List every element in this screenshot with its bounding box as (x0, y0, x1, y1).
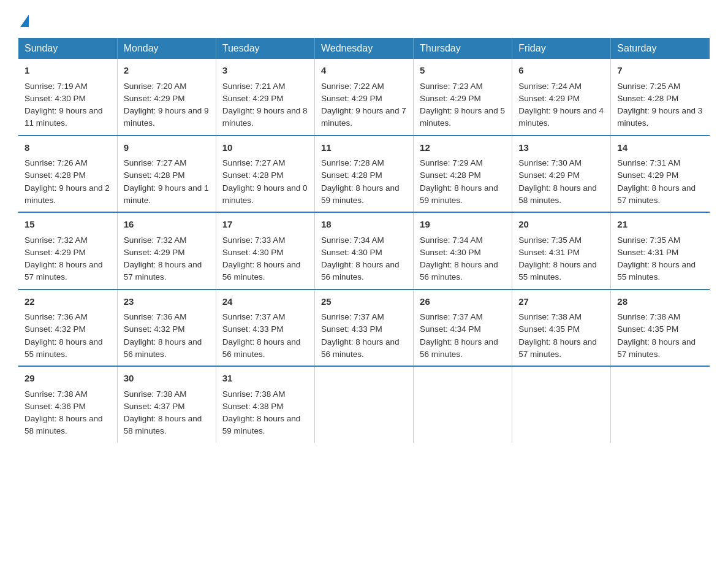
day-number: 14 (617, 141, 703, 155)
day-header-thursday: Thursday (414, 38, 512, 59)
day-number: 22 (25, 295, 111, 309)
calendar-cell: 17Sunrise: 7:33 AMSunset: 4:30 PMDayligh… (216, 212, 314, 289)
calendar-cell (611, 366, 710, 443)
day-header-friday: Friday (512, 38, 611, 59)
calendar-cell: 1Sunrise: 7:19 AMSunset: 4:30 PMDaylight… (18, 59, 117, 136)
calendar-cell: 15Sunrise: 7:32 AMSunset: 4:29 PMDayligh… (18, 212, 117, 289)
calendar-cell: 14Sunrise: 7:31 AMSunset: 4:29 PMDayligh… (611, 136, 710, 213)
day-number: 29 (25, 372, 111, 386)
calendar-cell: 26Sunrise: 7:37 AMSunset: 4:34 PMDayligh… (414, 289, 512, 367)
day-number: 19 (420, 218, 506, 232)
calendar-cell: 23Sunrise: 7:36 AMSunset: 4:32 PMDayligh… (117, 289, 216, 367)
calendar-cell: 31Sunrise: 7:38 AMSunset: 4:38 PMDayligh… (216, 366, 314, 443)
calendar-cell: 3Sunrise: 7:21 AMSunset: 4:29 PMDaylight… (216, 59, 314, 136)
page-header (18, 12, 710, 26)
day-number: 6 (518, 64, 604, 78)
calendar-week-row: 22Sunrise: 7:36 AMSunset: 4:32 PMDayligh… (18, 289, 710, 367)
day-number: 21 (617, 218, 703, 232)
day-number: 27 (518, 295, 604, 309)
calendar-cell: 11Sunrise: 7:28 AMSunset: 4:28 PMDayligh… (314, 136, 413, 213)
calendar-cell: 28Sunrise: 7:38 AMSunset: 4:35 PMDayligh… (611, 289, 710, 367)
day-number: 31 (222, 372, 308, 386)
day-number: 30 (124, 372, 210, 386)
calendar-week-row: 29Sunrise: 7:38 AMSunset: 4:36 PMDayligh… (18, 366, 710, 443)
day-number: 17 (222, 218, 308, 232)
calendar-cell: 22Sunrise: 7:36 AMSunset: 4:32 PMDayligh… (18, 289, 117, 367)
day-header-monday: Monday (117, 38, 216, 59)
calendar-table: SundayMondayTuesdayWednesdayThursdayFrid… (18, 38, 710, 443)
calendar-cell: 27Sunrise: 7:38 AMSunset: 4:35 PMDayligh… (512, 289, 611, 367)
day-number: 3 (222, 64, 308, 78)
calendar-cell (314, 366, 413, 443)
calendar-cell: 2Sunrise: 7:20 AMSunset: 4:29 PMDaylight… (117, 59, 216, 136)
day-number: 24 (222, 295, 308, 309)
day-number: 11 (321, 141, 407, 155)
day-number: 15 (25, 218, 111, 232)
day-number: 7 (617, 64, 703, 78)
day-number: 13 (518, 141, 604, 155)
calendar-cell: 18Sunrise: 7:34 AMSunset: 4:30 PMDayligh… (314, 212, 413, 289)
calendar-cell: 13Sunrise: 7:30 AMSunset: 4:29 PMDayligh… (512, 136, 611, 213)
day-number: 16 (124, 218, 210, 232)
day-number: 2 (124, 64, 210, 78)
calendar-cell: 8Sunrise: 7:26 AMSunset: 4:28 PMDaylight… (18, 136, 117, 213)
calendar-cell: 21Sunrise: 7:35 AMSunset: 4:31 PMDayligh… (611, 212, 710, 289)
day-header-saturday: Saturday (611, 38, 710, 59)
calendar-cell: 30Sunrise: 7:38 AMSunset: 4:37 PMDayligh… (117, 366, 216, 443)
day-number: 23 (124, 295, 210, 309)
calendar-week-row: 8Sunrise: 7:26 AMSunset: 4:28 PMDaylight… (18, 136, 710, 213)
day-header-wednesday: Wednesday (314, 38, 413, 59)
day-number: 5 (420, 64, 506, 78)
calendar-cell: 24Sunrise: 7:37 AMSunset: 4:33 PMDayligh… (216, 289, 314, 367)
calendar-cell: 19Sunrise: 7:34 AMSunset: 4:30 PMDayligh… (414, 212, 512, 289)
calendar-cell: 25Sunrise: 7:37 AMSunset: 4:33 PMDayligh… (314, 289, 413, 367)
day-number: 28 (617, 295, 703, 309)
calendar-cell: 6Sunrise: 7:24 AMSunset: 4:29 PMDaylight… (512, 59, 611, 136)
calendar-week-row: 1Sunrise: 7:19 AMSunset: 4:30 PMDaylight… (18, 59, 710, 136)
day-header-tuesday: Tuesday (216, 38, 314, 59)
logo (18, 12, 29, 26)
calendar-cell: 7Sunrise: 7:25 AMSunset: 4:28 PMDaylight… (611, 59, 710, 136)
calendar-cell (414, 366, 512, 443)
day-number: 4 (321, 64, 407, 78)
calendar-cell: 20Sunrise: 7:35 AMSunset: 4:31 PMDayligh… (512, 212, 611, 289)
day-number: 20 (518, 218, 604, 232)
calendar-cell: 9Sunrise: 7:27 AMSunset: 4:28 PMDaylight… (117, 136, 216, 213)
day-number: 26 (420, 295, 506, 309)
day-number: 25 (321, 295, 407, 309)
calendar-week-row: 15Sunrise: 7:32 AMSunset: 4:29 PMDayligh… (18, 212, 710, 289)
days-header-row: SundayMondayTuesdayWednesdayThursdayFrid… (18, 38, 710, 59)
calendar-cell: 10Sunrise: 7:27 AMSunset: 4:28 PMDayligh… (216, 136, 314, 213)
day-number: 10 (222, 141, 308, 155)
day-number: 8 (25, 141, 111, 155)
calendar-cell: 16Sunrise: 7:32 AMSunset: 4:29 PMDayligh… (117, 212, 216, 289)
day-number: 12 (420, 141, 506, 155)
calendar-cell: 29Sunrise: 7:38 AMSunset: 4:36 PMDayligh… (18, 366, 117, 443)
day-number: 1 (25, 64, 111, 78)
calendar-cell (512, 366, 611, 443)
day-number: 18 (321, 218, 407, 232)
calendar-cell: 4Sunrise: 7:22 AMSunset: 4:29 PMDaylight… (314, 59, 413, 136)
calendar-cell: 5Sunrise: 7:23 AMSunset: 4:29 PMDaylight… (414, 59, 512, 136)
calendar-cell: 12Sunrise: 7:29 AMSunset: 4:28 PMDayligh… (414, 136, 512, 213)
day-header-sunday: Sunday (18, 38, 117, 59)
logo-triangle-icon (20, 15, 29, 27)
day-number: 9 (124, 141, 210, 155)
